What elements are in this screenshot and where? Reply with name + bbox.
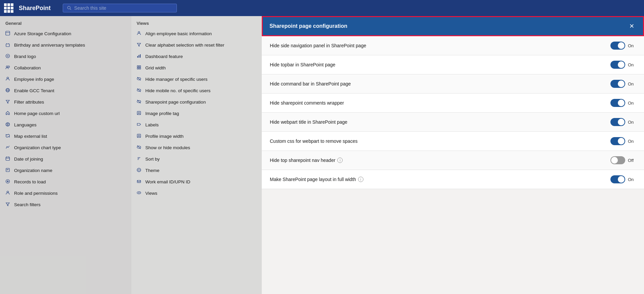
waffle-icon[interactable] (4, 3, 13, 13)
menu-item-label: Hide manager of specific users (145, 77, 207, 82)
panel-content: Hide side navigation panel in SharePoint… (262, 36, 644, 294)
toggle-knob (618, 42, 625, 49)
toggle-switch[interactable] (610, 156, 625, 164)
left-menu-item[interactable]: Azure Storage Configuration (0, 28, 131, 39)
menu-item-label: Organization name (14, 168, 52, 173)
middle-menu-item[interactable]: Sort by (131, 153, 262, 165)
search-box[interactable] (63, 4, 177, 12)
left-menu-item[interactable]: Home page custom url (0, 108, 131, 119)
left-menu-item[interactable]: Organization chart type (0, 142, 131, 153)
config-row: Hide sharepoint comments wrapper On (262, 94, 644, 113)
menu-item-label: Views (145, 191, 157, 196)
menu-item-label: Filter attributes (14, 100, 44, 105)
toggle-switch[interactable] (610, 99, 625, 107)
menu-icon (137, 88, 142, 93)
middle-section-header: Views (131, 19, 262, 28)
config-row: Hide top sharepoint nav headeri Off (262, 151, 644, 170)
toggle-switch[interactable] (610, 80, 625, 88)
menu-icon (5, 31, 11, 36)
svg-rect-35 (139, 66, 141, 67)
content-area: General Azure Storage Configuration Birt… (0, 16, 644, 294)
svg-point-7 (6, 54, 10, 58)
svg-rect-33 (140, 54, 141, 58)
menu-icon (137, 133, 142, 139)
config-row: Hide topbar in SharePoint page On (262, 55, 644, 74)
search-input[interactable] (74, 5, 172, 11)
menu-icon (5, 111, 11, 116)
config-label: Hide topbar in SharePoint page (270, 62, 335, 67)
toggle-switch[interactable] (610, 42, 625, 50)
toggle-switch[interactable] (610, 61, 625, 69)
middle-menu-item[interactable]: Dashboard feature (131, 51, 262, 62)
toggle-label: On (628, 43, 636, 48)
menu-icon (5, 99, 11, 105)
menu-icon (5, 76, 11, 82)
menu-icon (137, 190, 142, 196)
menu-icon (5, 122, 11, 127)
svg-rect-2 (6, 31, 10, 35)
left-menu-item[interactable]: Organization name (0, 165, 131, 176)
menu-icon (5, 190, 11, 196)
middle-menu-item[interactable]: Views (131, 187, 262, 199)
middle-menu-item[interactable]: Show or hide modules (131, 142, 262, 153)
toggle-switch[interactable] (610, 137, 625, 145)
middle-menu-item[interactable]: Hide manager of specific users (131, 73, 262, 85)
left-menu-item[interactable]: Role and permissions (0, 187, 131, 199)
middle-menu-item[interactable]: Theme (131, 165, 262, 176)
middle-menu-item[interactable]: Sharepoint page configuration (131, 96, 262, 108)
config-label: Hide top sharepoint nav headeri (270, 158, 343, 163)
menu-icon (137, 65, 142, 70)
menu-item-label: Employee info page (14, 77, 54, 82)
svg-point-8 (7, 55, 8, 57)
svg-rect-19 (6, 157, 10, 161)
middle-menu-item[interactable]: Align employee basic information (131, 28, 262, 39)
middle-menu-item[interactable]: Hide mobile no. of specific users (131, 85, 262, 96)
toggle-knob (611, 157, 618, 164)
toggle-knob (618, 61, 625, 68)
middle-menu-item[interactable]: Grid width (131, 62, 262, 73)
info-icon[interactable]: i (337, 158, 343, 163)
toggle-switch[interactable] (610, 175, 625, 183)
left-menu-item[interactable]: Search filters (0, 199, 131, 210)
left-menu-item[interactable]: Records to load (0, 176, 131, 187)
middle-menu-item[interactable]: Image profile tag (131, 108, 262, 119)
left-menu-item[interactable]: Collaboration (0, 62, 131, 73)
toggle-label: On (628, 177, 636, 182)
menu-item-label: Sharepoint page configuration (145, 100, 206, 105)
left-menu-item[interactable]: Employee info page (0, 73, 131, 85)
menu-icon (137, 76, 142, 82)
toggle-knob (618, 176, 625, 183)
svg-rect-36 (137, 68, 139, 69)
config-label: Hide side navigation panel in SharePoint… (270, 43, 366, 48)
left-menu-item[interactable]: Date of joining (0, 153, 131, 165)
toggle-container: Off (610, 156, 636, 164)
middle-menu-item[interactable]: Labels (131, 119, 262, 130)
config-label: Custom css for webpart to remove spaces (270, 138, 357, 144)
menu-item-label: Theme (145, 168, 159, 173)
middle-menu-item[interactable]: Profile image width (131, 130, 262, 142)
left-menu-item[interactable]: Filter attributes (0, 96, 131, 108)
toggle-switch[interactable] (610, 118, 625, 126)
panel-header: Sharepoint page configuration ✕ (262, 16, 644, 36)
left-menu-item[interactable]: Brand logo (0, 51, 131, 62)
config-row: Hide webpart title in SharePoint page On (262, 113, 644, 132)
toggle-knob (618, 80, 625, 87)
left-section-header: General (0, 19, 131, 28)
middle-menu-item[interactable]: Clear alphabet selection with reset filt… (131, 39, 262, 51)
left-menu-item[interactable]: Birthday and anniversary templates (0, 39, 131, 51)
menu-item-label: Work email ID/UPN ID (145, 179, 190, 184)
menu-icon (5, 88, 11, 93)
info-icon[interactable]: i (358, 177, 363, 182)
config-label: Hide sharepoint comments wrapper (270, 100, 344, 106)
left-menu-item[interactable]: Map external list (0, 130, 131, 142)
middle-menu-item[interactable]: Work email ID/UPN ID (131, 176, 262, 187)
menu-item-label: Image profile tag (145, 111, 179, 116)
menu-icon (5, 202, 11, 207)
left-menu-item[interactable]: Languages (0, 119, 131, 130)
svg-point-10 (8, 66, 10, 68)
menu-item-label: Records to load (14, 179, 46, 184)
left-menu-item[interactable]: Enable GCC Tenant (0, 85, 131, 96)
close-button[interactable]: ✕ (627, 22, 636, 31)
toggle-container: On (610, 80, 636, 88)
svg-point-0 (67, 6, 70, 9)
